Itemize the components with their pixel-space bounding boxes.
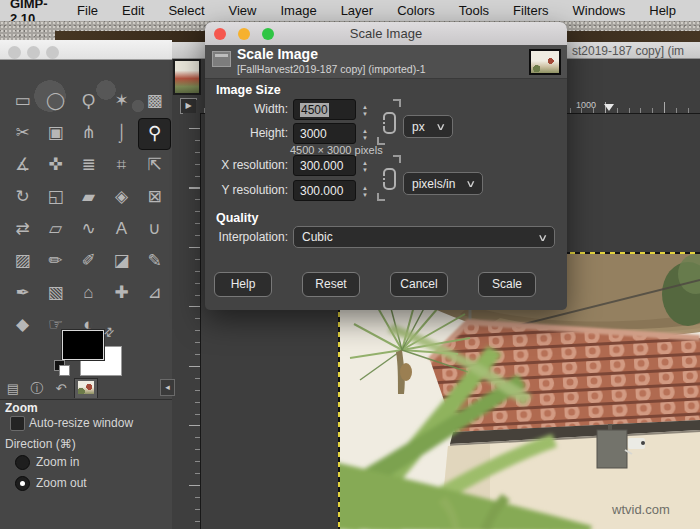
unified-transform-tool[interactable]: ⇱ <box>138 150 171 182</box>
select-by-color-tool[interactable]: ▩ <box>138 86 171 118</box>
dock-collapse-button[interactable]: ◂ <box>160 379 175 396</box>
reset-button[interactable]: Reset <box>302 272 360 297</box>
undo-history-tab[interactable]: ↶ <box>50 379 72 398</box>
color-picker-tool[interactable]: ⌡ <box>105 118 138 150</box>
zoom-tool[interactable]: ⚲ <box>138 118 171 150</box>
pointer-position-marker <box>604 104 614 111</box>
zoom-out-radio[interactable] <box>15 476 30 491</box>
toolbox-zoom-button[interactable] <box>46 46 59 59</box>
paths-tool[interactable]: ⋔ <box>72 118 105 150</box>
move-tool[interactable]: ✜ <box>39 150 72 182</box>
interpolation-dropdown[interactable]: Cubic ∨ <box>293 226 555 248</box>
perspective-clone-tool[interactable]: ⊿ <box>138 278 171 310</box>
device-status-tab[interactable]: ⓘ <box>26 379 48 398</box>
warp-transform-tool[interactable]: ∿ <box>72 214 105 246</box>
x-resolution-spinner[interactable]: ▲▼ <box>358 156 372 177</box>
handle-transform-tool[interactable]: ◈ <box>105 182 138 214</box>
toolbox-titlebar[interactable] <box>0 40 172 60</box>
height-label: Height: <box>180 126 288 140</box>
y-resolution-spinner[interactable]: ▲▼ <box>358 181 372 202</box>
menu-edit[interactable]: Edit <box>122 3 144 18</box>
text-tool[interactable]: A <box>105 214 138 246</box>
shear-tool[interactable]: ▰ <box>72 182 105 214</box>
menu-select[interactable]: Select <box>168 3 204 18</box>
zoom-in-radio[interactable] <box>15 455 30 470</box>
size-chain-link-icon[interactable] <box>377 99 401 145</box>
interpolation-value: Cubic <box>302 230 333 244</box>
menu-tools[interactable]: Tools <box>459 3 489 18</box>
menu-colors[interactable]: Colors <box>397 3 435 18</box>
menu-items: FileEditSelectViewImageLayerColorsToolsF… <box>77 3 700 18</box>
y-resolution-input[interactable]: 300.000 ▲▼ <box>293 180 356 201</box>
x-resolution-value: 300.000 <box>300 159 343 173</box>
mypaint-brush-tool[interactable]: ▧ <box>39 278 72 310</box>
resolution-unit-dropdown[interactable]: pixels/in ∨ <box>403 172 483 195</box>
menu-windows[interactable]: Windows <box>573 3 626 18</box>
image-thumbnail-tab[interactable] <box>74 378 98 398</box>
foreground-color-swatch[interactable] <box>62 330 104 360</box>
airbrush-tool[interactable]: ✎ <box>138 246 171 278</box>
tool-options-tab[interactable]: ▤ <box>2 379 24 398</box>
cancel-button[interactable]: Cancel <box>390 272 448 297</box>
help-button[interactable]: Help <box>214 272 272 297</box>
vertical-ruler[interactable] <box>183 113 201 529</box>
x-resolution-input[interactable]: 300.000 ▲▼ <box>293 155 356 176</box>
unit-dropdown[interactable]: px ∨ <box>403 115 453 138</box>
unit-value: px <box>412 120 425 134</box>
watermark: wtvid.com <box>612 502 670 517</box>
crop-tool[interactable]: ⌗ <box>105 150 138 182</box>
clone-tool[interactable]: ⌂ <box>72 278 105 310</box>
3d-transform-tool[interactable]: ⊠ <box>138 182 171 214</box>
dialog-window-title: Scale Image <box>205 22 567 45</box>
flip-tool[interactable]: ⇄ <box>6 214 39 246</box>
menu-view[interactable]: View <box>229 3 257 18</box>
free-select-tool[interactable]: Ϙ <box>72 86 105 118</box>
menu-filters[interactable]: Filters <box>513 3 548 18</box>
height-value: 3000 <box>300 127 327 141</box>
default-colors-icon[interactable] <box>54 360 65 371</box>
h-ruler-label: 1000 <box>576 100 596 110</box>
eraser-tool[interactable]: ◪ <box>105 246 138 278</box>
mini-photo-icon <box>78 381 94 394</box>
ellipse-select-tool[interactable]: ◯ <box>39 86 72 118</box>
align-tool[interactable]: ≣ <box>72 150 105 182</box>
toolbox-minimize-button[interactable] <box>27 46 40 59</box>
image-tab-thumbnail[interactable] <box>173 59 201 95</box>
dialog-minimize-button[interactable] <box>238 28 250 40</box>
ink-tool[interactable]: ✒ <box>6 278 39 310</box>
menu-layer[interactable]: Layer <box>341 3 374 18</box>
scale-tool[interactable]: ◱ <box>39 182 72 214</box>
menu-help[interactable]: Help <box>649 3 676 18</box>
chevron-down-icon: ∨ <box>465 178 476 189</box>
width-spinner[interactable]: ▲▼ <box>358 100 372 121</box>
paintbrush-tool[interactable]: ✐ <box>72 246 105 278</box>
resolution-chain-link-icon[interactable] <box>377 155 401 201</box>
heal-tool[interactable]: ✚ <box>105 278 138 310</box>
scale-button[interactable]: Scale <box>478 272 536 297</box>
divider <box>0 399 172 400</box>
rotate-tool[interactable]: ↻ <box>6 182 39 214</box>
cage-transform-tool[interactable]: ▱ <box>39 214 72 246</box>
width-input[interactable]: 4500 ▲▼ <box>293 99 356 120</box>
menu-file[interactable]: File <box>77 3 98 18</box>
measure-tool[interactable]: ∡ <box>6 150 39 182</box>
menu-image[interactable]: Image <box>281 3 317 18</box>
bucket-fill-tool[interactable]: ∪ <box>138 214 171 246</box>
height-input[interactable]: 3000 ▲▼ <box>293 123 356 144</box>
dialog-close-button[interactable] <box>214 28 226 40</box>
auto-resize-checkbox[interactable] <box>10 416 25 431</box>
dialog-titlebar[interactable]: Scale Image <box>205 22 567 46</box>
foreground-select-tool[interactable]: ▣ <box>39 118 72 150</box>
scissors-select-tool[interactable]: ✂ <box>6 118 39 150</box>
fuzzy-select-tool[interactable]: ✶ <box>105 86 138 118</box>
gradient-tool[interactable]: ▨ <box>6 246 39 278</box>
blur-sharpen-tool[interactable]: ◆ <box>6 310 39 342</box>
toolbox-close-button[interactable] <box>8 46 21 59</box>
direction-label: Direction (⌘) <box>5 437 76 451</box>
chevron-down-icon: ∨ <box>435 121 446 132</box>
rectangle-select-tool[interactable]: ▭ <box>6 86 39 118</box>
dialog-zoom-button[interactable] <box>262 28 274 40</box>
pencil-tool[interactable]: ✏ <box>39 246 72 278</box>
width-value: 4500 <box>300 103 329 117</box>
height-spinner[interactable]: ▲▼ <box>358 124 372 145</box>
